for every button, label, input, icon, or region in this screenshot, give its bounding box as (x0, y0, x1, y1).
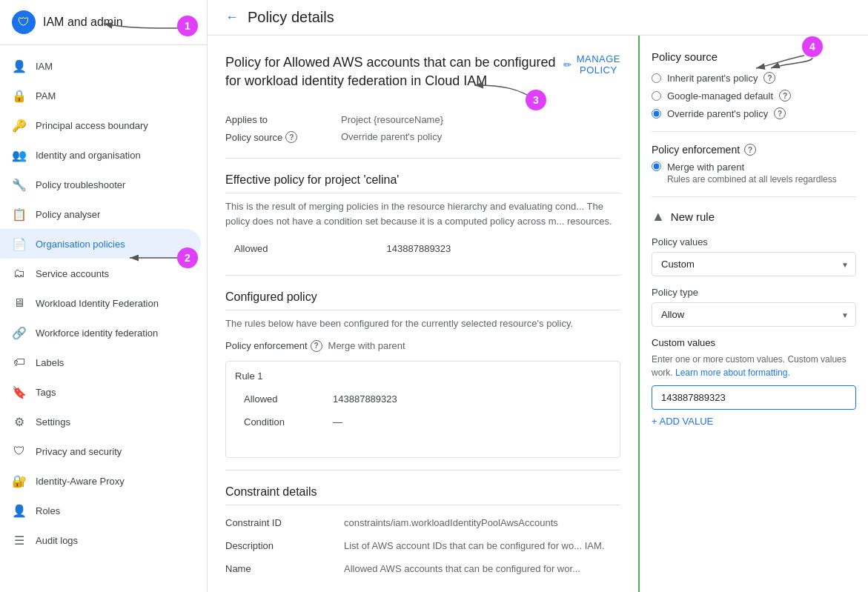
policy-enforcement-label: Policy enforcement ? (225, 340, 322, 352)
enforcement-title: Policy enforcement ? (652, 144, 856, 156)
sidebar-item-label: PAM (36, 90, 56, 102)
sidebar-item-roles[interactable]: 👤 Roles (0, 496, 201, 525)
audit-logs-icon: ☰ (12, 533, 27, 548)
content-area: Policy for Allowed AWS accounts that can… (208, 36, 868, 592)
table-row: Constraint ID constraints/iam.workloadId… (225, 511, 620, 534)
policy-type-select-wrapper: Allow Deny (652, 302, 856, 327)
sidebar-item-pam[interactable]: 🔒 PAM (0, 81, 201, 110)
sidebar-item-service-accounts[interactable]: 🗂 Service accounts (0, 259, 201, 288)
sidebar-item-labels[interactable]: 🏷 Labels (0, 347, 201, 377)
override-help-icon[interactable]: ? (774, 107, 786, 119)
principal-icon: 🔑 (12, 118, 27, 133)
policy-source-help-icon[interactable]: ? (285, 131, 297, 143)
custom-values-title: Custom values (652, 337, 856, 348)
policy-type-select[interactable]: Allow Deny (652, 302, 856, 327)
rule-1-table: Allowed 143887889323 Condition — (235, 388, 611, 433)
inherit-radio[interactable] (652, 73, 661, 83)
sidebar-item-label: IAM (36, 61, 53, 72)
table-row: Allowed 143887889323 (235, 388, 611, 410)
sidebar-item-settings[interactable]: ⚙ Settings (0, 407, 201, 436)
sidebar-item-label: Identity and organisation (36, 150, 141, 161)
sidebar-item-policy-analyser[interactable]: 📋 Policy analyser (0, 199, 201, 229)
constraint-section: Constraint details Constraint ID constra… (225, 485, 620, 580)
right-panel: Policy source Inherit parent's policy ? … (638, 36, 868, 592)
rule-1-title: Rule 1 (235, 370, 611, 382)
applies-to-value: Project {resourceName} (341, 114, 620, 125)
sidebar-item-privacy-security[interactable]: 🛡 Privacy and security (0, 436, 201, 466)
google-managed-radio-item[interactable]: Google-managed default ? (652, 90, 856, 102)
custom-values-desc: Enter one or more custom values. Custom … (652, 353, 856, 379)
sidebar-title: IAM and admin (43, 16, 123, 29)
sidebar-item-label: Tags (36, 387, 56, 398)
topbar: ← Policy details (208, 0, 868, 36)
iap-icon: 🔐 (12, 473, 27, 488)
policy-meta: Applies to Project {resourceName} Policy… (225, 114, 620, 143)
sidebar-item-policy-troubleshooter[interactable]: 🔧 Policy troubleshooter (0, 170, 201, 199)
inherit-radio-item[interactable]: Inherit parent's policy ? (652, 72, 856, 84)
override-radio-item[interactable]: Override parent's policy ? (652, 107, 856, 119)
inherit-help-icon[interactable]: ? (763, 72, 775, 84)
custom-value-input[interactable] (652, 385, 856, 410)
collapse-icon[interactable]: ▲ (652, 209, 665, 225)
rule-1-box: Rule 1 Allowed 143887889323 Condition — (225, 361, 620, 458)
table-row: Name Allowed AWS accounts that can be co… (225, 557, 620, 580)
rule-allowed-header: Allowed (235, 388, 324, 410)
sidebar-item-workload-identity-federation[interactable]: 🖥 Workload Identity Federation (0, 288, 201, 318)
policy-values-label: Policy values (652, 236, 856, 247)
sidebar-item-tags[interactable]: 🔖 Tags (0, 377, 201, 407)
sidebar-item-audit-logs[interactable]: ☰ Audit logs (0, 525, 201, 555)
pam-icon: 🔒 (12, 88, 27, 103)
sidebar-item-label: Policy analyser (36, 209, 100, 220)
override-radio[interactable] (652, 109, 661, 119)
condition-header: Condition (235, 410, 324, 433)
enforcement-section: Policy enforcement ? Merge with parent R… (652, 144, 856, 184)
service-accounts-icon: 🗂 (12, 266, 27, 281)
back-button[interactable]: ← (225, 10, 239, 25)
policy-values-select[interactable]: Custom Allow all Deny all (652, 252, 856, 276)
sidebar-item-workforce-identity-federation[interactable]: 🔗 Workforce identity federation (0, 318, 201, 347)
condition-value: — (324, 410, 611, 433)
constraint-id-value: constraints/iam.workloadIdentityPoolAwsA… (344, 511, 620, 534)
analyser-icon: 📋 (12, 207, 27, 222)
learn-more-link[interactable]: Learn more about formatting. (675, 367, 790, 378)
sidebar-item-label: Workforce identity federation (36, 327, 158, 339)
merge-radio[interactable] (652, 162, 661, 171)
policy-source-radio-group: Inherit parent's policy ? Google-managed… (652, 72, 856, 119)
panel-divider-1 (652, 131, 856, 132)
troubleshooter-icon: 🔧 (12, 177, 27, 192)
google-managed-help-icon[interactable]: ? (779, 90, 791, 102)
constraint-section-title: Constraint details (225, 485, 620, 505)
add-value-button[interactable]: + ADD VALUE (652, 416, 713, 427)
sidebar-item-identity-org[interactable]: 👥 Identity and organisation (0, 140, 201, 170)
sidebar-item-principal-access-boundary[interactable]: 🔑 Principal access boundary (0, 110, 201, 140)
sidebar-item-iam[interactable]: 👤 IAM (0, 51, 201, 81)
sidebar-item-label: Settings (36, 416, 70, 428)
tags-icon: 🔖 (12, 385, 27, 399)
enforcement-help-icon[interactable]: ? (311, 340, 322, 352)
divider-2 (225, 275, 620, 276)
sidebar-item-label: Organisation policies (36, 239, 125, 250)
manage-policy-button[interactable]: ✏ MANAGE POLICY (563, 53, 620, 76)
description-value: List of AWS account IDs that can be conf… (344, 534, 620, 557)
sidebar-item-label: Identity-Aware Proxy (36, 476, 125, 487)
policy-header-row: Policy for Allowed AWS accounts that can… (225, 53, 620, 102)
org-policies-icon: 📄 (12, 236, 27, 251)
google-managed-radio[interactable] (652, 91, 661, 101)
policy-values-select-wrapper: Custom Allow all Deny all (652, 252, 856, 276)
panel-divider-2 (652, 196, 856, 197)
roles-icon: 👤 (12, 503, 27, 518)
sidebar-item-label: Audit logs (36, 535, 78, 546)
sidebar-item-label: Labels (36, 357, 64, 368)
override-label: Override parent's policy (667, 108, 768, 119)
sidebar-item-label: Privacy and security (36, 446, 122, 457)
allowed-header: Allowed (225, 237, 378, 260)
enforcement-panel-help-icon[interactable]: ? (744, 144, 756, 156)
applies-to-label: Applies to (225, 114, 329, 125)
name-value: Allowed AWS accounts that can be configu… (344, 557, 620, 580)
policy-source-label: Policy source ? (225, 131, 329, 143)
sidebar-item-identity-aware-proxy[interactable]: 🔐 Identity-Aware Proxy (0, 466, 201, 496)
workload-identity-icon: 🖥 (12, 296, 27, 310)
sidebar-item-organisation-policies[interactable]: 📄 Organisation policies (0, 229, 201, 259)
effective-policy-section: Effective policy for project 'celina' Th… (225, 173, 620, 260)
table-row: Description List of AWS account IDs that… (225, 534, 620, 557)
